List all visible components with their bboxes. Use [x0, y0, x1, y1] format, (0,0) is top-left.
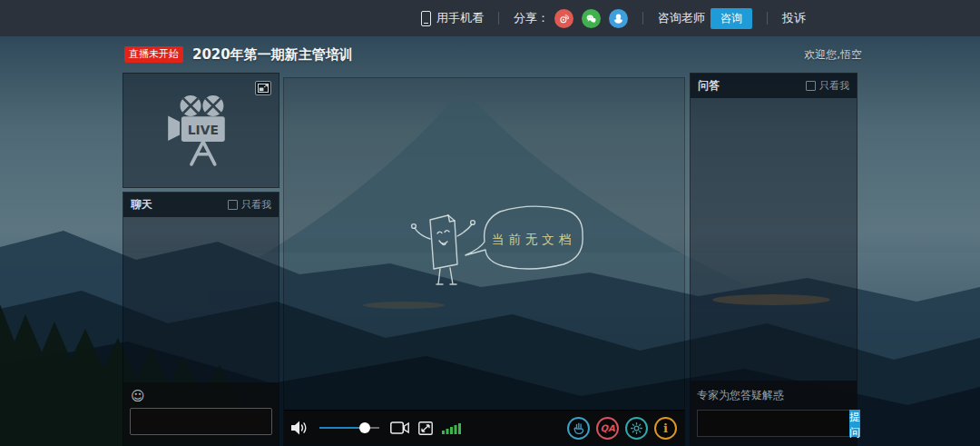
- ask-question-button[interactable]: 提问: [849, 410, 860, 437]
- qa-panel: 问答 只看我 专家为您答疑解惑 提问: [690, 73, 858, 446]
- camera-toggle-icon[interactable]: [390, 421, 409, 434]
- share-label: 分享：: [514, 10, 549, 26]
- chat-header: 聊天 只看我: [123, 193, 279, 217]
- swap-view-icon[interactable]: [255, 81, 271, 95]
- divider: [498, 12, 499, 25]
- volume-slider[interactable]: [319, 422, 379, 433]
- qa-only-me-toggle[interactable]: 只看我: [806, 79, 849, 93]
- emoji-icon[interactable]: ☺: [131, 390, 145, 403]
- center-column: 当前无文档: [283, 77, 685, 446]
- network-signal-icon: [442, 421, 461, 434]
- consult-teacher-label: 咨询老师: [658, 10, 705, 26]
- speaker-icon[interactable]: [291, 421, 309, 435]
- topbar: 用手机看 分享：: [0, 0, 980, 36]
- page-title: 2020年第一期新主管培训: [192, 46, 353, 64]
- consult-group: 咨询老师 咨询: [658, 8, 752, 29]
- no-document-doodle: 当前无文档: [402, 201, 597, 299]
- volume-slider-thumb[interactable]: [359, 422, 370, 433]
- chat-title: 聊天: [131, 197, 152, 213]
- wechat-icon[interactable]: [582, 9, 601, 28]
- chat-only-me-label: 只看我: [241, 198, 271, 212]
- chat-input[interactable]: [130, 408, 272, 435]
- weibo-icon[interactable]: [554, 9, 573, 28]
- complaint-label: 投诉: [782, 10, 806, 26]
- phone-icon: [421, 11, 431, 26]
- qa-header: 问答 只看我: [691, 74, 857, 98]
- live-camera-icon: LIVE: [160, 91, 243, 171]
- welcome-text: 欢迎您,悟空: [804, 47, 862, 63]
- qq-icon[interactable]: [609, 9, 628, 28]
- chat-panel: 聊天 只看我 ☺: [122, 192, 279, 446]
- divider: [767, 12, 768, 25]
- chat-only-me-checkbox[interactable]: [228, 200, 238, 210]
- chat-only-me-toggle[interactable]: 只看我: [228, 198, 271, 212]
- document-stage: 当前无文档: [284, 78, 684, 410]
- live-status-badge: 直播未开始: [124, 46, 183, 62]
- player-control-bar: QA i: [284, 410, 684, 445]
- live-label: LIVE: [187, 122, 218, 136]
- consult-button[interactable]: 咨询: [710, 8, 752, 29]
- complaint-button[interactable]: 投诉: [782, 10, 806, 26]
- qa-only-me-checkbox[interactable]: [806, 81, 816, 91]
- settings-icon[interactable]: [625, 417, 648, 440]
- header-row: 直播未开始 2020年第一期新主管培训 欢迎您,悟空: [124, 43, 862, 66]
- fullscreen-icon[interactable]: [418, 421, 433, 435]
- watch-on-phone-button[interactable]: 用手机看: [421, 10, 484, 26]
- qa-only-me-label: 只看我: [819, 79, 849, 93]
- left-column: LIVE 聊天 只看我 ☺: [122, 73, 279, 446]
- info-icon[interactable]: i: [654, 417, 677, 440]
- no-document-text: 当前无文档: [492, 232, 576, 246]
- qa-icon[interactable]: QA: [596, 417, 619, 440]
- qa-message-list[interactable]: [691, 98, 857, 381]
- chat-message-list[interactable]: [123, 217, 279, 382]
- presenter-video-panel: LIVE: [122, 73, 279, 188]
- divider: [642, 12, 643, 25]
- qa-title: 问答: [698, 78, 720, 94]
- question-input[interactable]: [697, 410, 849, 437]
- share-group: 分享：: [514, 9, 628, 28]
- stage-action-icons: QA i: [567, 417, 677, 440]
- qa-hint-text: 专家为您答疑解惑: [697, 388, 850, 403]
- watch-on-phone-label: 用手机看: [436, 10, 484, 26]
- raise-hand-icon[interactable]: [567, 417, 590, 440]
- live-classroom-page: 用手机看 分享：: [0, 0, 980, 446]
- chat-footer: ☺: [123, 382, 279, 445]
- qa-footer: 专家为您答疑解惑 提问: [691, 381, 857, 445]
